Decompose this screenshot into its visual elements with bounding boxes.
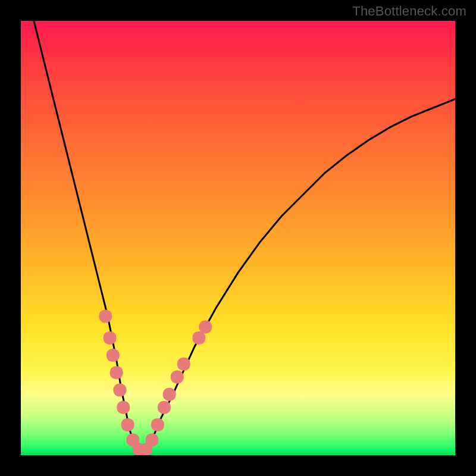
- marker-point: [117, 401, 130, 414]
- marker-point: [99, 309, 112, 322]
- marker-point: [104, 331, 117, 345]
- marker-point: [113, 384, 126, 397]
- marker-point: [171, 371, 184, 384]
- marker-point: [199, 321, 212, 334]
- marker-point: [158, 401, 171, 414]
- marker-point: [107, 349, 120, 362]
- marker-point: [151, 418, 164, 431]
- bottleneck-curve: [34, 21, 455, 453]
- marker-point: [146, 434, 159, 447]
- marker-point: [163, 388, 176, 401]
- plot-area: [21, 21, 455, 455]
- chart-overlay: [21, 21, 455, 455]
- watermark-text: TheBottleneck.com: [352, 4, 466, 19]
- marker-point: [110, 366, 123, 379]
- marker-point: [177, 358, 190, 371]
- marker-point: [121, 418, 134, 431]
- outer-frame: TheBottleneck.com: [0, 0, 476, 476]
